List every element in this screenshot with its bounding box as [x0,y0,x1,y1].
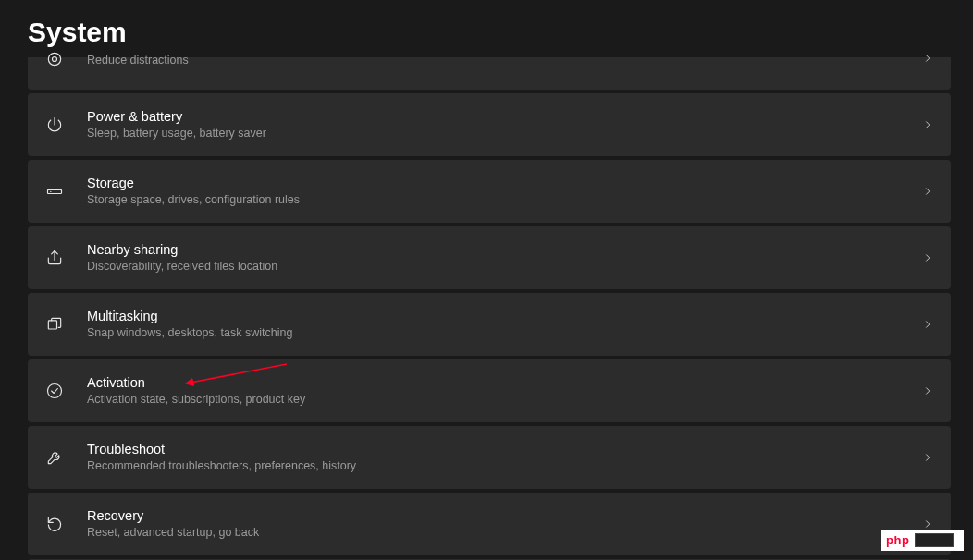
row-desc: Sleep, battery usage, battery saver [87,127,921,141]
chevron-right-icon [921,52,934,65]
watermark: php [881,530,964,551]
row-text: Storage Storage space, drives, configura… [87,175,921,208]
svg-rect-2 [48,189,62,193]
row-desc: Activation state, subscriptions, product… [87,393,921,408]
watermark-box [915,533,954,547]
list-item-troubleshoot[interactable]: Troubleshoot Recommended troubleshooters… [28,426,951,489]
row-title: Power & battery [87,108,921,125]
row-desc: Discoverability, received files location [87,260,921,274]
chevron-right-icon [921,384,934,397]
chevron-right-icon [921,185,934,198]
row-text: Reduce distractions [87,54,921,68]
power-icon [39,116,70,134]
chevron-right-icon [921,451,934,464]
row-text: Multitasking Snap windows, desktops, tas… [87,308,921,341]
focus-assist-icon [39,50,70,68]
row-text: Activation Activation state, subscriptio… [87,374,921,408]
page-title: System [28,17,127,48]
row-text: Recovery Reset, advanced startup, go bac… [87,507,921,541]
chevron-right-icon [921,318,934,331]
system-settings-list: Reduce distractions Power & battery Slee… [28,57,951,560]
svg-point-0 [48,53,60,65]
row-text: Nearby sharing Discoverability, received… [87,241,921,274]
svg-rect-4 [48,321,56,329]
list-item-nearby-sharing[interactable]: Nearby sharing Discoverability, received… [28,226,951,289]
list-item-focus-assist[interactable]: Reduce distractions [28,57,951,90]
row-desc: Reset, advanced startup, go back [87,526,921,541]
chevron-right-icon [921,118,934,131]
storage-icon [39,182,70,201]
list-item-power-battery[interactable]: Power & battery Sleep, battery usage, ba… [28,93,951,156]
list-item-multitasking[interactable]: Multitasking Snap windows, desktops, tas… [28,293,951,356]
row-desc: Reduce distractions [87,54,921,68]
row-title: Activation [87,374,921,391]
svg-point-3 [50,191,51,192]
row-title: Troubleshoot [87,441,921,457]
svg-point-5 [48,384,62,398]
row-text: Troubleshoot Recommended troubleshooters… [87,441,921,474]
chevron-right-icon [921,517,934,530]
row-desc: Snap windows, desktops, task switching [87,326,921,341]
watermark-text: php [886,533,909,547]
row-title: Nearby sharing [87,241,921,258]
multitasking-icon [39,315,70,334]
row-title: Storage [87,175,921,191]
chevron-right-icon [921,251,934,264]
share-icon [39,249,70,267]
list-item-recovery[interactable]: Recovery Reset, advanced startup, go bac… [28,493,951,555]
row-text: Power & battery Sleep, battery usage, ba… [87,108,921,141]
svg-point-1 [53,57,57,62]
recovery-icon [39,515,70,533]
wrench-icon [39,448,70,467]
row-title: Multitasking [87,308,921,324]
row-title: Recovery [87,507,921,524]
row-desc: Storage space, drives, configuration rul… [87,193,921,208]
list-item-storage[interactable]: Storage Storage space, drives, configura… [28,160,951,223]
row-desc: Recommended troubleshooters, preferences… [87,459,921,474]
check-circle-icon [39,382,70,400]
list-item-activation[interactable]: Activation Activation state, subscriptio… [28,359,951,422]
